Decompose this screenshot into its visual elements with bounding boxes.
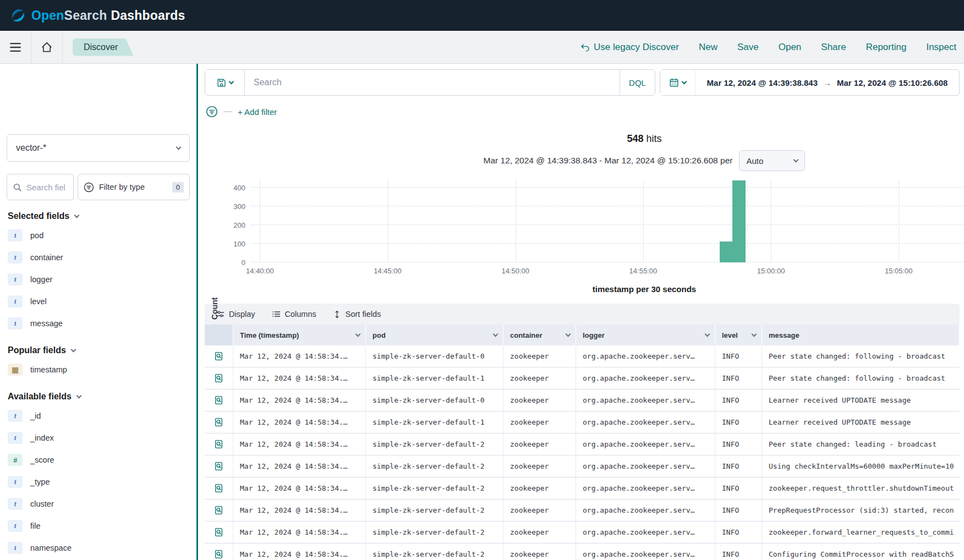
expand-document-button[interactable] [205, 477, 233, 499]
table-row: Mar 12, 2024 @ 14:58:34.… simple-zk-serv… [205, 543, 960, 560]
cell-message: zookeeper.forward_learner_requests_to_co… [762, 521, 960, 543]
cell-logger: org.apache.zookeeper.serv… [576, 411, 715, 433]
field-section-header[interactable]: Popular fields [8, 345, 190, 355]
y-axis-title: Count [210, 298, 219, 320]
expand-document-button[interactable] [205, 389, 233, 411]
column-header-label: message [769, 331, 799, 339]
nav-left: Discover [0, 31, 133, 63]
cell-message: PrepRequestProcessor (sid:3) started, re… [762, 499, 960, 521]
field-section-title: Popular fields [8, 345, 66, 355]
field-item[interactable]: t _type [7, 471, 190, 493]
field-item[interactable]: t logger [7, 268, 190, 290]
cell-time: Mar 12, 2024 @ 14:58:34.… [233, 543, 366, 560]
chevron-down-icon [74, 213, 80, 218]
field-type-badge: t [8, 317, 23, 330]
add-filter-button[interactable]: + Add filter [238, 107, 277, 117]
field-item[interactable]: t message [7, 312, 190, 334]
search-icon [13, 183, 22, 192]
field-item[interactable]: t _index [7, 427, 190, 449]
column-header[interactable]: level [715, 325, 762, 345]
cell-time: Mar 12, 2024 @ 14:58:34.… [233, 455, 366, 477]
nav-action-link[interactable]: Open [779, 42, 802, 53]
field-item[interactable]: # _score [7, 449, 190, 471]
use-legacy-discover-link[interactable]: Use legacy Discover [580, 42, 679, 53]
field-search-input[interactable] [26, 183, 65, 192]
field-item[interactable]: t level [7, 290, 190, 312]
histogram-bar[interactable] [732, 180, 745, 262]
nav-action-link[interactable]: Inspect [926, 42, 956, 53]
expand-document-button[interactable] [205, 367, 233, 389]
nav-action-link[interactable]: New [699, 42, 717, 53]
cell-logger: org.apache.zookeeper.serv… [576, 389, 715, 411]
expand-document-button[interactable] [205, 411, 233, 433]
field-section-header[interactable]: Available fields [8, 392, 190, 402]
menu-button[interactable] [0, 31, 31, 63]
expand-document-button[interactable] [205, 521, 233, 543]
hits-count: 548 [627, 133, 643, 144]
field-item[interactable]: t _id [7, 405, 190, 427]
histogram-bar[interactable] [720, 241, 732, 262]
interval-select[interactable]: Auto [739, 150, 805, 171]
sort-fields-label: Sort fields [346, 310, 381, 319]
expand-document-button[interactable] [205, 499, 233, 521]
column-header[interactable]: Time (timestamp) [233, 325, 366, 345]
date-range-end[interactable]: Mar 12, 2024 @ 15:10:26.608 [837, 78, 947, 87]
field-item[interactable]: t namespace [7, 537, 190, 559]
field-type-badge: t [8, 273, 23, 286]
field-item[interactable]: ▦ timestamp [7, 359, 190, 381]
x-tick-label: 14:50:00 [501, 267, 529, 275]
date-quick-select-button[interactable] [660, 70, 695, 95]
search-input[interactable] [245, 78, 620, 87]
nav-action-link[interactable]: Reporting [866, 42, 907, 53]
use-legacy-discover-label: Use legacy Discover [594, 42, 679, 53]
column-header-label: pod [373, 331, 386, 339]
display-button[interactable]: Display [216, 310, 255, 319]
columns-button[interactable]: Columns [272, 310, 316, 319]
field-type-badge: t [8, 295, 23, 308]
expand-document-button[interactable] [205, 433, 233, 455]
calendar-icon [669, 78, 679, 87]
inspect-document-icon [214, 462, 223, 471]
y-gridline: 100 [251, 243, 964, 244]
table-toolbar: Display Columns Sort fields [205, 304, 960, 325]
search-box: DQL [205, 69, 655, 96]
sort-fields-button[interactable]: Sort fields [333, 310, 381, 319]
field-item[interactable]: t container [7, 246, 190, 268]
field-item[interactable]: t pod [7, 224, 190, 246]
date-range-start[interactable]: Mar 12, 2024 @ 14:39:38.843 [707, 78, 818, 87]
chevron-down-icon [228, 79, 234, 85]
filter-divider [223, 111, 232, 112]
query-language-button[interactable]: DQL [620, 70, 655, 95]
nav-action-link[interactable]: Share [821, 42, 846, 53]
y-gridline: 300 [251, 206, 964, 206]
wordmark-open: Open [31, 8, 64, 23]
column-sort-chevron-icon [705, 332, 710, 337]
column-header[interactable]: message [762, 325, 960, 345]
expand-document-button[interactable] [205, 455, 233, 477]
field-name: message [30, 319, 63, 328]
column-header[interactable]: container [503, 325, 576, 345]
chevron-down-icon [793, 157, 799, 163]
nav-action-link[interactable]: Save [737, 42, 759, 53]
expand-document-button[interactable] [205, 345, 233, 367]
index-pattern-value: vector-* [16, 143, 46, 153]
cell-message: Peer state changed: leading - broadcast [762, 433, 960, 455]
home-button[interactable] [31, 31, 62, 63]
column-header[interactable]: logger [576, 325, 715, 345]
column-header-label: level [722, 331, 738, 339]
field-section: Available fields t _id t [7, 392, 190, 560]
field-item[interactable]: t cluster [7, 493, 190, 515]
column-header[interactable]: pod [366, 325, 503, 345]
field-section-header[interactable]: Selected fields [8, 211, 190, 221]
toolbar-divider [62, 31, 63, 64]
expand-document-button[interactable] [205, 543, 233, 560]
cell-logger: org.apache.zookeeper.serv… [576, 433, 715, 455]
saved-query-button[interactable] [205, 70, 245, 95]
range-line: Mar 12, 2024 @ 14:39:38.843 - Mar 12, 20… [251, 150, 964, 171]
filter-icon[interactable] [206, 106, 218, 118]
index-pattern-select[interactable]: vector-* [7, 134, 190, 162]
filter-by-type-button[interactable]: Filter by type 0 [78, 174, 190, 200]
nav-actions: Use legacy Discover NewSaveOpenShareRepo… [580, 31, 964, 64]
field-item[interactable]: t file [7, 515, 190, 537]
breadcrumb-discover[interactable]: Discover [73, 39, 133, 56]
